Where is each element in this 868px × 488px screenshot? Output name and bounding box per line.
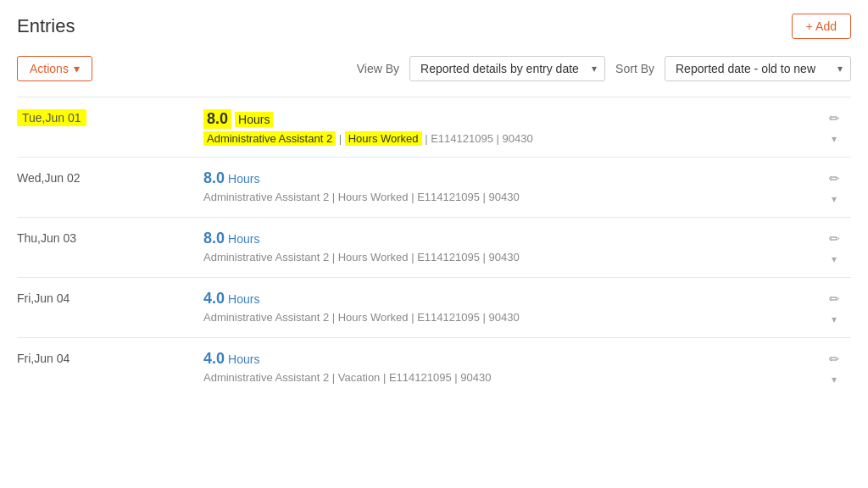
chevron-down-icon[interactable]: ▾ [832,374,837,385]
entry-content: 8.0HoursAdministrative Assistant 2 | Hou… [203,169,817,203]
header: Entries + Add [17,14,851,39]
entry-hours: 4.0Hours [203,290,817,308]
hours-number: 8.0 [203,169,225,187]
entry-date: Wed,Jun 02 [17,169,203,185]
toolbar: Actions ▾ View By Reported details by en… [17,56,851,81]
hours-number: 4.0 [203,290,225,308]
entry-action-buttons: ✏▾ [817,230,851,265]
table-row: Fri,Jun 044.0HoursAdministrative Assista… [17,277,851,337]
entry-details: Administrative Assistant 2 | Hours Worke… [203,132,817,145]
entry-hours: 8.0Hours [203,230,817,247]
date-highlight: Tue,Jun 01 [17,109,86,126]
entry-hours: 4.0Hours [203,350,817,368]
entry-content: 8.0HoursAdministrative Assistant 2 | Hou… [203,230,817,263]
page-container: Entries + Add Actions ▾ View By Reported… [0,0,868,488]
entry-action-buttons: ✏▾ [817,169,851,205]
entry-content: 8.0HoursAdministrative Assistant 2 | Hou… [203,109,817,145]
table-row: Tue,Jun 018.0HoursAdministrative Assista… [17,97,851,157]
chevron-down-icon[interactable]: ▾ [832,133,837,145]
entry-date: Tue,Jun 01 [17,109,203,125]
actions-chevron-icon: ▾ [74,62,80,75]
actions-label: Actions [30,62,69,75]
entry-date: Fri,Jun 04 [17,290,203,305]
hours-unit: Hours [228,292,259,306]
entry-hours: 8.0Hours [203,109,817,129]
chevron-down-icon[interactable]: ▾ [832,193,837,205]
entry-date: Thu,Jun 03 [17,230,203,245]
view-by-select[interactable]: Reported details by entry date [409,56,605,81]
hours-number: 8.0 [203,109,231,129]
sort-by-select[interactable]: Reported date - old to new [665,56,851,81]
chevron-down-icon[interactable]: ▾ [832,313,837,325]
view-by-select-wrapper: Reported details by entry date [409,56,605,81]
table-row: Thu,Jun 038.0HoursAdministrative Assista… [17,217,851,277]
sort-by-label: Sort By [615,62,654,75]
hours-unit: Hours [235,112,273,127]
edit-icon[interactable]: ✏ [829,291,840,307]
table-row: Wed,Jun 028.0HoursAdministrative Assista… [17,157,851,217]
view-by-label: View By [357,62,399,75]
hours-type: Hours Worked [345,131,422,146]
actions-button[interactable]: Actions ▾ [17,56,92,81]
entry-details: Administrative Assistant 2 | Hours Worke… [203,251,817,263]
entry-details: Administrative Assistant 2 | Hours Worke… [203,191,817,203]
page-title: Entries [17,15,75,37]
add-button[interactable]: + Add [792,14,851,39]
entry-content: 4.0HoursAdministrative Assistant 2 | Hou… [203,290,817,324]
entries-list: Tue,Jun 018.0HoursAdministrative Assista… [17,97,851,397]
entry-action-buttons: ✏▾ [817,109,851,145]
entry-hours: 8.0Hours [203,169,817,187]
entry-details: Administrative Assistant 2 | Vacation | … [203,371,817,384]
entry-details: Administrative Assistant 2 | Hours Worke… [203,311,817,324]
job-title: Administrative Assistant 2 [203,131,336,146]
entry-date: Fri,Jun 04 [17,350,203,365]
hours-unit: Hours [228,352,259,366]
hours-number: 4.0 [203,350,225,368]
entry-action-buttons: ✏▾ [817,350,851,385]
table-row: Fri,Jun 044.0HoursAdministrative Assista… [17,337,851,397]
entry-content: 4.0HoursAdministrative Assistant 2 | Vac… [203,350,817,384]
edit-icon[interactable]: ✏ [829,171,840,186]
hours-unit: Hours [228,172,259,186]
chevron-down-icon[interactable]: ▾ [832,253,837,265]
edit-icon[interactable]: ✏ [829,231,840,247]
hours-unit: Hours [228,232,259,246]
entry-action-buttons: ✏▾ [817,290,851,325]
edit-icon[interactable]: ✏ [829,352,840,367]
edit-icon[interactable]: ✏ [829,111,840,126]
sort-by-select-wrapper: Reported date - old to new [665,56,851,81]
hours-number: 8.0 [203,230,225,247]
